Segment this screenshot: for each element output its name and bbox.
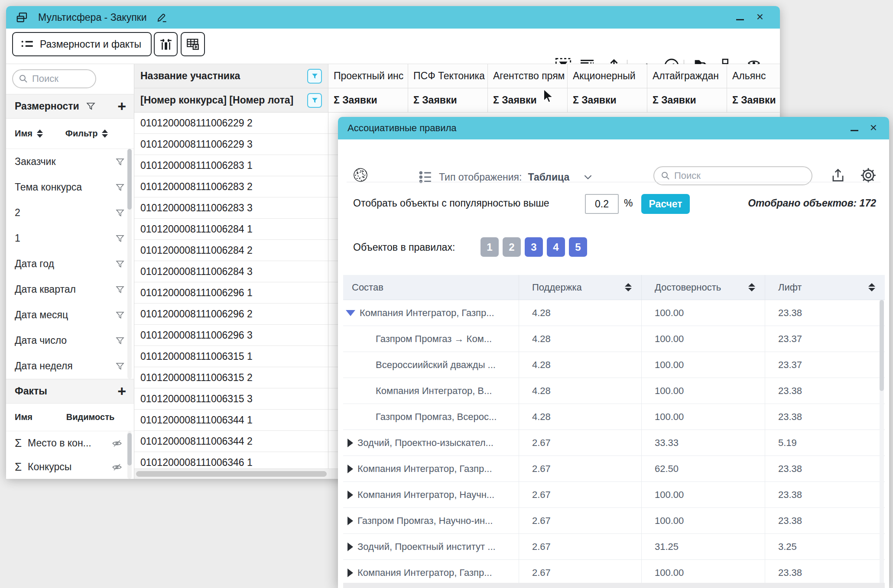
sort-icon[interactable] bbox=[37, 129, 43, 138]
rules-table-row[interactable]: Зодчий, Проектный институт ... 2.67 31.2… bbox=[343, 534, 885, 560]
expand-icon[interactable] bbox=[347, 543, 353, 551]
company-column-header[interactable]: Акционерный bbox=[567, 64, 647, 88]
facts-scrollbar[interactable] bbox=[127, 431, 132, 479]
add-dimension-button[interactable]: + bbox=[117, 98, 126, 113]
visibility-off-icon[interactable] bbox=[111, 438, 123, 449]
rules-table-row[interactable]: Компания Интегратор, Газпр... 2.67 62.50… bbox=[343, 456, 885, 482]
dialog-minimize-button[interactable] bbox=[848, 122, 861, 134]
company-column-header[interactable]: Альянс bbox=[727, 64, 780, 88]
sort-icon[interactable] bbox=[748, 283, 755, 291]
dimensions-filter-column-header[interactable]: Фильтр bbox=[65, 129, 98, 139]
close-button[interactable]: × bbox=[754, 11, 766, 23]
scrollbar-thumb[interactable] bbox=[136, 471, 327, 477]
calculate-button[interactable]: Расчет bbox=[641, 194, 690, 214]
company-column-header[interactable]: Алтайграждан bbox=[647, 64, 727, 88]
edit-title-icon[interactable] bbox=[156, 12, 168, 23]
sidebar-search-input[interactable] bbox=[32, 73, 84, 84]
row-filter-icon[interactable] bbox=[115, 208, 125, 218]
dimension-item[interactable]: Дата квартал bbox=[6, 277, 134, 302]
confidence-column-header[interactable]: Достоверность bbox=[641, 275, 765, 300]
rules-table-scrollbar[interactable] bbox=[880, 300, 884, 584]
fact-item[interactable]: Σ Место в кон... bbox=[6, 431, 134, 455]
rule-size-button[interactable]: 2 bbox=[503, 237, 521, 257]
measure-cell[interactable]: Σ Заявки bbox=[647, 88, 727, 113]
dimension-item[interactable]: Дата число bbox=[6, 328, 134, 353]
measure-cell[interactable]: Σ Заявки bbox=[328, 88, 408, 113]
dimension-item[interactable]: 2 bbox=[6, 200, 134, 226]
expand-icon[interactable] bbox=[347, 491, 353, 499]
row-filter-icon[interactable] bbox=[115, 233, 125, 244]
facts-name-column-header[interactable]: Имя bbox=[15, 412, 32, 422]
export-icon-button[interactable] bbox=[830, 167, 846, 184]
minimize-button[interactable] bbox=[734, 11, 746, 23]
filter-icon[interactable] bbox=[85, 101, 96, 112]
scrollbar-thumb[interactable] bbox=[127, 149, 132, 210]
settings-icon-button[interactable] bbox=[860, 167, 877, 184]
dimension-item[interactable]: Заказчик bbox=[6, 149, 134, 174]
rule-size-button[interactable]: 1 bbox=[481, 237, 499, 257]
row-filter-icon[interactable] bbox=[115, 182, 125, 193]
rules-table-row[interactable]: Газпром Промгаз → Ком... 4.28 100.00 23.… bbox=[343, 326, 885, 352]
facts-visibility-column-header[interactable]: Видимость bbox=[66, 412, 114, 422]
expand-icon[interactable] bbox=[346, 310, 355, 316]
lot-column-header[interactable]: [Номер конкурса] [Номер лота] bbox=[134, 88, 328, 113]
rules-table-row[interactable]: Компания Интегратор, Газпр... 2.67 100.0… bbox=[343, 560, 885, 586]
rule-size-button[interactable]: 4 bbox=[547, 237, 565, 257]
measure-cell[interactable]: Σ Заявки bbox=[567, 88, 647, 113]
sidebar-search[interactable] bbox=[12, 69, 96, 88]
rules-table-row[interactable]: Газпром Промгаз, Всерос... 4.28 100.00 2… bbox=[343, 404, 885, 430]
dimensions-scrollbar[interactable] bbox=[127, 149, 132, 379]
expand-icon[interactable] bbox=[347, 569, 353, 577]
dialog-search[interactable] bbox=[653, 166, 812, 185]
dimensions-facts-button[interactable]: Размерности и факты bbox=[12, 32, 152, 56]
row-filter-icon[interactable] bbox=[115, 284, 125, 295]
add-fact-button[interactable]: + bbox=[117, 383, 126, 398]
visibility-off-icon[interactable] bbox=[111, 462, 123, 473]
participants-column-header[interactable]: Название участника bbox=[134, 64, 328, 88]
row-filter-icon[interactable] bbox=[115, 310, 125, 320]
rules-table-row[interactable]: Газпром Промгаз, Научно-ин... 2.67 100.0… bbox=[343, 508, 885, 534]
rules-table-row[interactable]: Компания Интегратор, Газпр... 4.28 100.0… bbox=[343, 300, 885, 326]
participants-filter-button[interactable] bbox=[307, 69, 322, 84]
support-column-header[interactable]: Поддержка bbox=[519, 275, 641, 300]
company-column-header[interactable]: ПСФ Тектоника bbox=[408, 64, 487, 88]
company-column-header[interactable]: Проектный инс bbox=[328, 64, 408, 88]
dimension-item[interactable]: Тема конкурса bbox=[6, 174, 134, 200]
table-panel-button[interactable] bbox=[181, 32, 205, 56]
dimension-item[interactable]: Дата год bbox=[6, 251, 134, 277]
rules-table-row[interactable]: Компания Интегратор, В... 4.28 100.00 23… bbox=[343, 378, 885, 404]
lift-column-header[interactable]: Лифт bbox=[765, 275, 885, 300]
dimensions-name-column-header[interactable]: Имя bbox=[15, 129, 32, 139]
company-column-header[interactable]: Агентство прям bbox=[487, 64, 567, 88]
measure-cell[interactable]: Σ Заявки bbox=[727, 88, 780, 113]
dialog-search-input[interactable] bbox=[674, 170, 783, 181]
dimension-item[interactable]: 1 bbox=[6, 226, 134, 251]
scrollbar-thumb[interactable] bbox=[880, 300, 884, 391]
row-filter-icon[interactable] bbox=[115, 157, 125, 167]
rules-table-row[interactable]: Всероссиийский дважды ... 4.28 100.00 23… bbox=[343, 352, 885, 378]
scrollbar-thumb[interactable] bbox=[127, 433, 132, 465]
rule-size-button[interactable]: 3 bbox=[525, 237, 543, 257]
sort-icon[interactable] bbox=[625, 283, 632, 291]
rules-table-row[interactable]: Компания Интегратор, Научн... 2.67 100.0… bbox=[343, 482, 885, 508]
dialog-close-button[interactable]: × bbox=[867, 122, 880, 134]
dimension-item[interactable]: Дата месяц bbox=[6, 302, 134, 328]
dialog-horizontal-scrollbar[interactable] bbox=[343, 583, 885, 588]
dimension-item[interactable]: Дата неделя bbox=[6, 353, 134, 379]
row-filter-icon[interactable] bbox=[115, 361, 125, 372]
sort-icon[interactable] bbox=[102, 129, 108, 138]
sort-icon[interactable] bbox=[868, 283, 875, 291]
expand-icon[interactable] bbox=[347, 465, 353, 473]
row-filter-icon[interactable] bbox=[115, 336, 125, 346]
lot-filter-button[interactable] bbox=[307, 93, 322, 108]
popularity-input[interactable] bbox=[585, 194, 619, 214]
measure-cell[interactable]: Σ Заявки bbox=[408, 88, 487, 113]
expand-icon[interactable] bbox=[347, 439, 353, 447]
row-filter-icon[interactable] bbox=[115, 259, 125, 269]
composition-column-header[interactable]: Состав bbox=[343, 275, 519, 300]
fact-item[interactable]: Σ Конкурсы bbox=[6, 455, 134, 479]
dialog-titlebar[interactable]: Ассоциативные правила × bbox=[338, 117, 889, 139]
rule-size-button[interactable]: 5 bbox=[569, 237, 587, 257]
column-width-button[interactable] bbox=[154, 32, 178, 56]
main-titlebar[interactable]: Мультисфера - Закупки × bbox=[6, 6, 780, 29]
